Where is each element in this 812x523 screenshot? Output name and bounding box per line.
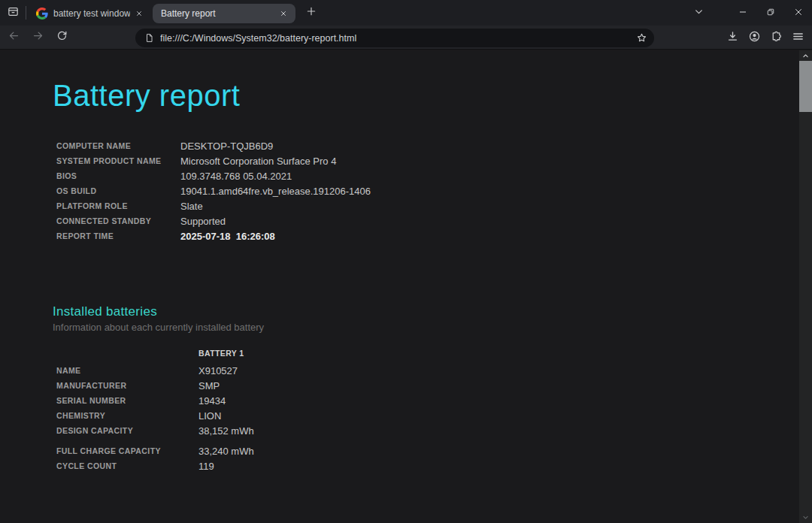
back-arrow-icon bbox=[8, 30, 20, 44]
tab-search-icon bbox=[7, 5, 20, 21]
row-value: X910527 bbox=[198, 365, 238, 376]
row-label: COMPUTER NAME bbox=[56, 141, 180, 150]
table-row: NAME X910527 bbox=[56, 363, 799, 378]
hamburger-menu-icon bbox=[792, 30, 804, 46]
extensions-button[interactable] bbox=[765, 27, 787, 48]
row-value: 38,152 mWh bbox=[198, 425, 254, 437]
back-button[interactable] bbox=[3, 27, 24, 48]
row-label: MANUFACTURER bbox=[56, 381, 198, 390]
table-row: DESIGN CAPACITY 38,152 mWh bbox=[56, 423, 799, 438]
row-value: SMP bbox=[198, 380, 220, 391]
row-label: NAME bbox=[56, 366, 198, 375]
avatar-icon bbox=[748, 30, 761, 46]
forward-button[interactable] bbox=[27, 27, 48, 48]
row-value: DESKTOP-TQJB6D9 bbox=[180, 141, 273, 152]
battery-report-page: Battery report COMPUTER NAME DESKTOP-TQJ… bbox=[0, 50, 799, 523]
plus-icon bbox=[306, 6, 317, 20]
menu-button[interactable] bbox=[787, 27, 809, 48]
tab-strip: battery test windows 10 - Goog Battery r… bbox=[0, 0, 812, 26]
extensions-puzzle-icon bbox=[770, 30, 783, 46]
minimize-button[interactable] bbox=[729, 0, 756, 26]
table-row: CHEMISTRY LION bbox=[56, 408, 799, 423]
row-value: 19041.1.amd64fre.vb_release.191206-1406 bbox=[180, 186, 371, 197]
row-value: Slate bbox=[180, 201, 203, 212]
row-label: BIOS bbox=[56, 171, 180, 180]
battery-table: BATTERY 1 NAME X910527 MANUFACTURER SMP … bbox=[56, 348, 799, 473]
row-value: 119 bbox=[198, 461, 214, 472]
table-row: FULL CHARGE CAPACITY 33,240 mWh bbox=[56, 443, 799, 458]
table-row: CONNECTED STANDBY Supported bbox=[56, 213, 799, 228]
installed-batteries-subtitle: Information about each currently install… bbox=[53, 321, 799, 334]
vertical-scrollbar[interactable] bbox=[799, 50, 812, 523]
minimize-icon bbox=[738, 6, 747, 20]
row-value: Supported bbox=[180, 216, 226, 227]
row-label: CONNECTED STANDBY bbox=[56, 216, 180, 225]
browser-window: battery test windows 10 - Goog Battery r… bbox=[0, 0, 812, 523]
tab-search-button[interactable] bbox=[0, 0, 26, 26]
scrollbar-thumb[interactable] bbox=[799, 61, 812, 112]
table-row: SERIAL NUMBER 19434 bbox=[56, 393, 799, 408]
restore-button[interactable] bbox=[756, 0, 784, 26]
row-value: 33,240 mWh bbox=[198, 446, 254, 457]
close-window-button[interactable] bbox=[784, 0, 812, 26]
tab-close-icon[interactable] bbox=[133, 8, 145, 20]
close-icon bbox=[794, 6, 803, 20]
row-label: PLATFORM ROLE bbox=[56, 201, 180, 210]
scroll-up-button[interactable] bbox=[799, 50, 812, 61]
tab-title: battery test windows 10 - Goog bbox=[53, 8, 130, 19]
table-row: MANUFACTURER SMP bbox=[56, 378, 799, 393]
scroll-down-button[interactable] bbox=[799, 512, 812, 522]
table-row: PLATFORM ROLE Slate bbox=[56, 198, 799, 213]
table-row: SYSTEM PRODUCT NAME Microsoft Corporatio… bbox=[56, 153, 799, 168]
forward-arrow-icon bbox=[32, 30, 44, 44]
row-label: DESIGN CAPACITY bbox=[56, 426, 198, 435]
reload-icon bbox=[56, 30, 68, 44]
table-row: REPORT TIME 2025-07-18 16:26:08 bbox=[56, 228, 799, 243]
page-title: Battery report bbox=[53, 77, 799, 113]
battery-column-header: BATTERY 1 bbox=[198, 348, 799, 358]
new-tab-button[interactable] bbox=[301, 3, 321, 23]
table-row: BIOS 109.3748.768 05.04.2021 bbox=[56, 168, 799, 183]
tab-title: Battery report bbox=[161, 8, 274, 19]
row-label: FULL CHARGE CAPACITY bbox=[56, 446, 198, 455]
download-icon bbox=[726, 30, 739, 46]
bookmark-star-button[interactable] bbox=[633, 30, 650, 47]
row-label: CHEMISTRY bbox=[56, 411, 198, 420]
chevron-down-icon bbox=[694, 6, 704, 20]
tab-battery-test[interactable]: battery test windows 10 - Goog bbox=[29, 4, 151, 23]
document-icon bbox=[144, 33, 154, 43]
table-row: CYCLE COUNT 119 bbox=[56, 458, 799, 473]
row-value: 109.3748.768 05.04.2021 bbox=[180, 171, 292, 182]
row-label: CYCLE COUNT bbox=[56, 461, 198, 470]
report-time-value: 2025-07-18 16:26:08 bbox=[180, 231, 275, 242]
profile-button[interactable] bbox=[744, 27, 765, 48]
row-value: 19434 bbox=[198, 395, 226, 407]
tabbar-divider bbox=[26, 6, 26, 20]
google-favicon-icon bbox=[36, 8, 48, 20]
address-bar[interactable]: file:///C:/Windows/System32/battery-repo… bbox=[135, 29, 654, 47]
row-value: Microsoft Corporation Surface Pro 4 bbox=[180, 156, 336, 167]
tab-close-icon[interactable] bbox=[277, 8, 289, 20]
page-viewport: Battery report COMPUTER NAME DESKTOP-TQJ… bbox=[0, 50, 812, 523]
table-row: OS BUILD 19041.1.amd64fre.vb_release.191… bbox=[56, 183, 799, 198]
url-text: file:///C:/Windows/System32/battery-repo… bbox=[160, 33, 633, 44]
row-label: REPORT TIME bbox=[56, 231, 180, 240]
row-label: OS BUILD bbox=[56, 186, 180, 195]
browser-toolbar: file:///C:/Windows/System32/battery-repo… bbox=[0, 26, 812, 50]
system-info-table: COMPUTER NAME DESKTOP-TQJB6D9 SYSTEM PRO… bbox=[56, 138, 799, 243]
tab-battery-report[interactable]: Battery report bbox=[153, 4, 295, 23]
downloads-button[interactable] bbox=[722, 27, 744, 48]
restore-icon bbox=[766, 6, 775, 20]
row-label: SYSTEM PRODUCT NAME bbox=[56, 156, 180, 165]
chevron-down-icon bbox=[802, 510, 809, 523]
row-value: LION bbox=[198, 410, 221, 422]
installed-batteries-heading: Installed batteries bbox=[53, 304, 799, 319]
tab-list-button[interactable] bbox=[688, 2, 709, 23]
row-label: SERIAL NUMBER bbox=[56, 396, 198, 405]
reload-button[interactable] bbox=[51, 27, 72, 48]
table-row: COMPUTER NAME DESKTOP-TQJB6D9 bbox=[56, 138, 799, 153]
